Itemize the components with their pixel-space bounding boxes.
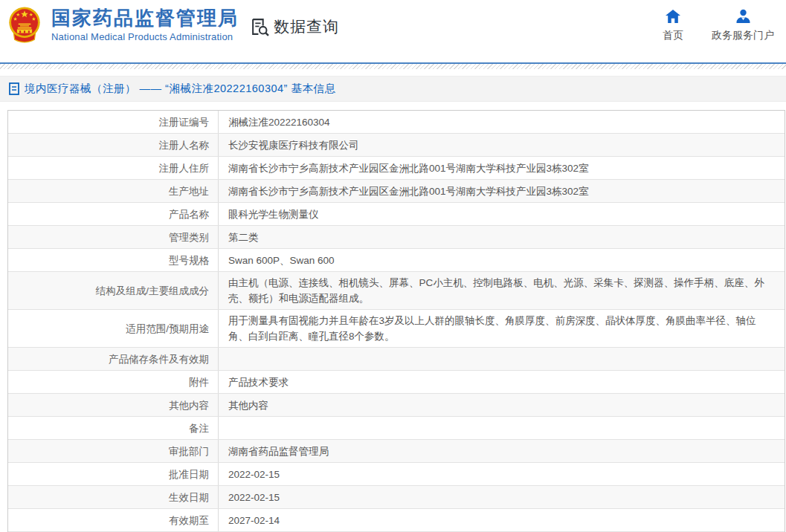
breadcrumb-bar: 境内医疗器械（注册） —— “湘械注准20222160304” 基本信息 [0,76,786,102]
table-row: 型号规格Swan 600P、Swan 600 [8,249,785,272]
row-value: 其他内容 [219,394,785,416]
row-value: 2022-02-15 [219,486,785,508]
table-row: 审批部门湖南省药品监督管理局 [8,440,785,463]
row-value: 用于测量具有固视能力并且年龄在3岁及以上人群的眼轴长度、角膜厚度、前房深度、晶状… [219,310,785,347]
row-label: 注册证编号 [8,111,219,133]
row-value: 湖南省药品监督管理局 [219,440,785,462]
row-value: 湘械注准20222160304 [219,111,785,133]
row-label: 生效日期 [8,486,219,508]
row-label: 批准日期 [8,463,219,485]
row-value: 湖南省长沙市宁乡高新技术产业园区金洲北路001号湖南大学科技产业园3栋302室 [219,180,785,202]
table-row: 产品名称眼科光学生物测量仪 [8,203,785,226]
row-label: 其他内容 [8,394,219,416]
site-header: 国家药品监督管理局 National Medical Products Admi… [0,0,786,62]
row-value [219,348,785,370]
row-value: 2022-02-15 [219,463,785,485]
table-row: 附件产品技术要求 [8,371,785,394]
page-title: 境内医疗器械（注册） —— “湘械注准20222160304” 基本信息 [25,82,335,96]
row-label: 注册人住所 [8,157,219,179]
row-value: 由主机（电源、连接线、相机镜头、屏幕、PC小主机、控制电路板、电机、光源、采集卡… [219,272,785,309]
document-search-icon [250,17,270,37]
nav-home-label: 首页 [663,29,683,42]
home-icon [665,9,681,24]
table-row: 注册证编号湘械注准20222160304 [8,111,785,134]
brand-text: 国家药品监督管理局 National Medical Products Admi… [51,7,239,42]
row-value: 长沙安视康医疗科技有限公司 [219,134,785,156]
row-value: 产品技术要求 [219,371,785,393]
table-row: 管理类别第二类 [8,226,785,249]
row-label: 产品储存条件及有效期 [8,348,219,370]
row-label: 附件 [8,371,219,393]
nav-home[interactable]: 首页 [663,9,683,42]
row-value: 眼科光学生物测量仪 [219,203,785,225]
row-label: 审批部门 [8,440,219,462]
row-label: 生产地址 [8,180,219,202]
row-label: 管理类别 [8,226,219,248]
row-label: 备注 [8,417,219,439]
table-row: 注册人住所湖南省长沙市宁乡高新技术产业园区金洲北路001号湖南大学科技产业园3栋… [8,157,785,180]
row-label: 结构及组成/主要组成成分 [8,272,219,309]
table-row: 注册人名称长沙安视康医疗科技有限公司 [8,134,785,157]
table-row: 生效日期2022-02-15 [8,486,785,509]
table-row: 其他内容其他内容 [8,394,785,417]
row-value: 2027-02-14 [219,509,785,531]
row-value [219,417,785,439]
brand-logo-link[interactable]: 国家药品监督管理局 National Medical Products Admi… [7,5,239,44]
row-value: 湖南省长沙市宁乡高新技术产业园区金洲北路001号湖南大学科技产业园3栋302室 [219,157,785,179]
row-label: 型号规格 [8,249,219,271]
table-row: 适用范围/预期用途用于测量具有固视能力并且年龄在3岁及以上人群的眼轴长度、角膜厚… [8,310,785,348]
data-query-link[interactable]: 数据查询 [250,16,339,37]
row-label: 有效期至 [8,509,219,531]
top-nav: 首页 政务服务门户 [663,9,774,42]
table-row: 结构及组成/主要组成成分由主机（电源、连接线、相机镜头、屏幕、PC小主机、控制电… [8,272,785,310]
national-emblem-icon [7,5,42,44]
header-divider [0,62,786,69]
table-row: 备注 [8,417,785,440]
document-icon [9,82,19,95]
row-label: 产品名称 [8,203,219,225]
table-row: 生产地址湖南省长沙市宁乡高新技术产业园区金洲北路001号湖南大学科技产业园3栋3… [8,180,785,203]
table-row: 有效期至2027-02-14 [8,509,785,532]
row-value: 第二类 [219,226,785,248]
user-icon [735,9,751,24]
nav-gov-portal-label: 政务服务门户 [712,29,774,42]
row-label: 注册人名称 [8,134,219,156]
data-query-label: 数据查询 [274,16,339,37]
table-row: 批准日期2022-02-15 [8,463,785,486]
table-row: 产品储存条件及有效期 [8,348,785,371]
registration-info-table: 注册证编号湘械注准20222160304注册人名称长沙安视康医疗科技有限公司注册… [7,110,785,532]
row-value: Swan 600P、Swan 600 [219,249,785,271]
row-label: 适用范围/预期用途 [8,310,219,347]
nav-gov-portal[interactable]: 政务服务门户 [712,9,774,42]
site-subtitle: National Medical Products Administration [51,31,239,42]
site-title: 国家药品监督管理局 [51,7,239,29]
